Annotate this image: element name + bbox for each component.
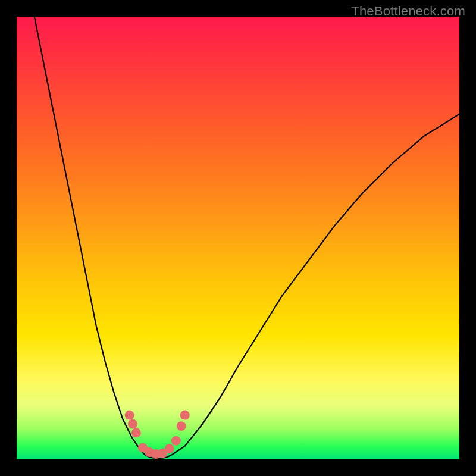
marker-dot: [128, 419, 137, 428]
marker-dot: [177, 421, 186, 431]
curve-left: [35, 17, 145, 455]
curve-right: [171, 114, 459, 455]
marker-dot: [165, 444, 174, 453]
curve-svg: [17, 17, 459, 459]
marker-dots: [125, 411, 190, 459]
plot-area: [17, 17, 459, 459]
marker-dot: [171, 436, 181, 446]
chart-stage: TheBottleneck.com: [0, 0, 476, 476]
marker-dot: [125, 411, 134, 420]
marker-dot: [131, 428, 141, 437]
marker-dot: [180, 411, 190, 420]
